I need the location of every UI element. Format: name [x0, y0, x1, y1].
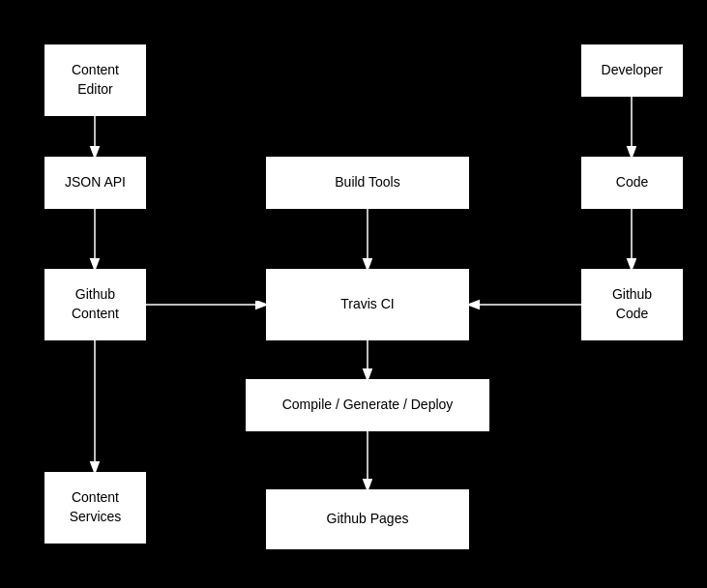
github-code-label: GithubCode [612, 285, 652, 323]
code-label: Code [616, 173, 648, 192]
developer-box: Developer [581, 44, 683, 97]
build-tools-label: Build Tools [335, 173, 399, 192]
compile-deploy-box: Compile / Generate / Deploy [246, 379, 489, 431]
content-editor-label: ContentEditor [72, 61, 119, 99]
github-pages-label: Github Pages [327, 510, 409, 529]
content-editor-box: ContentEditor [44, 44, 146, 116]
content-services-box: ContentServices [44, 472, 146, 544]
travis-ci-label: Travis CI [340, 295, 394, 314]
json-api-label: JSON API [65, 173, 126, 192]
github-content-label: GithubContent [72, 285, 119, 323]
github-code-box: GithubCode [581, 269, 683, 340]
code-box: Code [581, 157, 683, 209]
compile-deploy-label: Compile / Generate / Deploy [282, 396, 454, 415]
json-api-box: JSON API [44, 157, 146, 209]
travis-ci-box: Travis CI [266, 269, 469, 340]
developer-label: Developer [602, 61, 663, 80]
diagram: ContentEditor JSON API GithubContent Con… [0, 0, 707, 588]
build-tools-box: Build Tools [266, 157, 469, 209]
github-content-box: GithubContent [44, 269, 146, 340]
content-services-label: ContentServices [70, 488, 122, 526]
github-pages-box: Github Pages [266, 489, 469, 549]
